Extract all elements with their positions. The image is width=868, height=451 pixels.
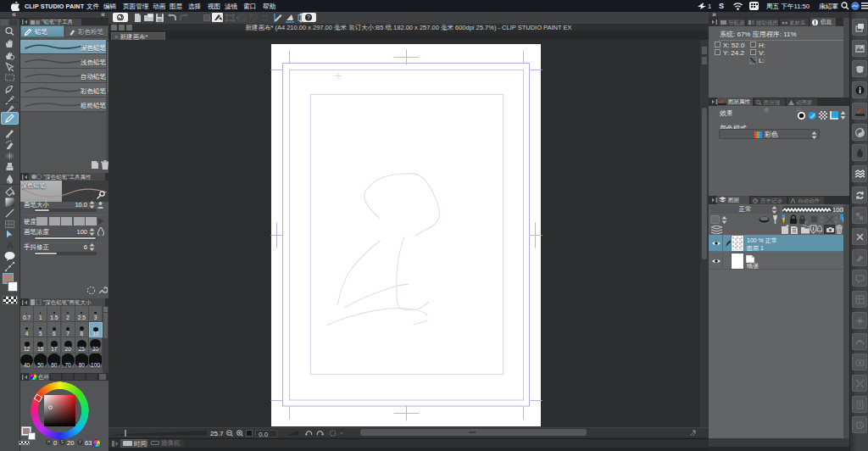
svg-text:?: ? [307, 14, 310, 20]
svg-text:H: H [47, 439, 51, 444]
